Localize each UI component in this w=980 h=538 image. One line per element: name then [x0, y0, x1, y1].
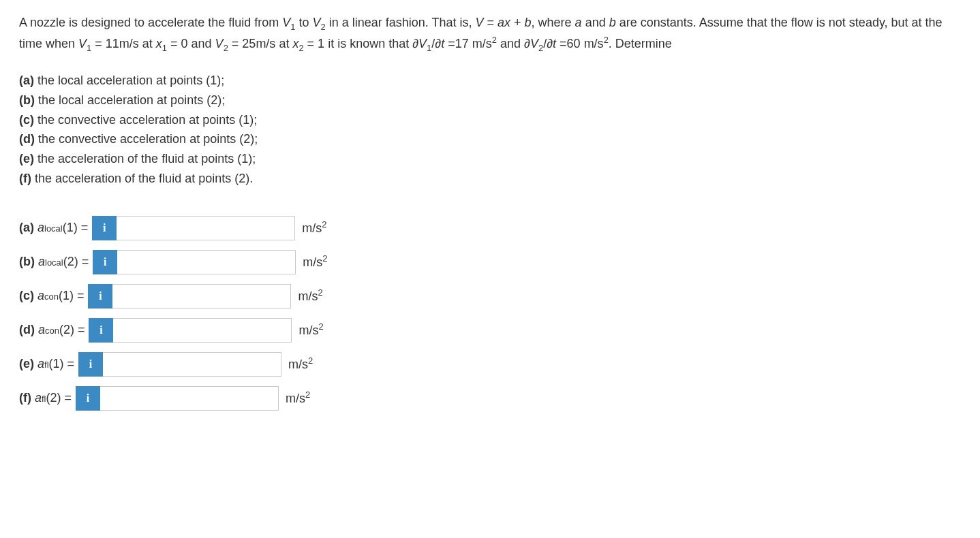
answer-row-a: (a) alocal(1) = i m/s2	[19, 216, 961, 240]
answer-label-c: (c) acon(1) =	[19, 287, 84, 305]
answer-unit: m/s2	[302, 218, 326, 238]
answer-symbol: a	[38, 253, 45, 271]
answer-subscript: con	[44, 290, 59, 303]
answer-arg: (1) =	[63, 219, 89, 237]
info-icon[interactable]: i	[78, 352, 103, 377]
part-a: (a) the local acceleration at points (1)…	[19, 71, 961, 91]
answer-symbol: a	[37, 287, 44, 305]
answer-input-f[interactable]	[100, 386, 279, 411]
answer-row-b: (b) alocal(2) = i m/s2	[19, 250, 961, 274]
part-e: (e) the acceleration of the fluid at poi…	[19, 149, 961, 169]
info-icon[interactable]: i	[92, 216, 117, 240]
answer-section: (a) alocal(1) = i m/s2 (b) alocal(2) = i…	[19, 216, 961, 411]
answer-subscript: local	[45, 256, 63, 269]
part-b: (b) the local acceleration at points (2)…	[19, 91, 961, 110]
part-f: (f) the acceleration of the fluid at poi…	[19, 169, 961, 189]
answer-row-e: (e) afl(1) = i m/s2	[19, 352, 961, 377]
answer-input-b[interactable]	[117, 250, 296, 274]
answer-label-b: (b) alocal(2) =	[19, 253, 89, 271]
answer-unit: m/s2	[286, 388, 310, 408]
answer-label-e: (e) afl(1) =	[19, 355, 74, 373]
part-c: (c) the convective acceleration at point…	[19, 110, 961, 130]
part-f-text: the acceleration of the fluid at points …	[35, 172, 253, 185]
answer-prefix: (b)	[19, 253, 35, 271]
answer-symbol: a	[38, 321, 45, 339]
answer-symbol: a	[37, 219, 44, 237]
answer-unit: m/s2	[298, 320, 323, 340]
answer-row-d: (d) acon(2) = i m/s2	[19, 318, 961, 343]
part-e-text: the acceleration of the fluid at points …	[37, 152, 256, 165]
answer-input-c[interactable]	[112, 284, 291, 308]
answer-arg: (1) =	[59, 287, 85, 305]
part-b-text: the local acceleration at points (2);	[38, 93, 225, 107]
info-icon[interactable]: i	[89, 318, 113, 343]
answer-row-c: (c) acon(1) = i m/s2	[19, 284, 961, 308]
answer-prefix: (f)	[19, 389, 31, 407]
answer-unit: m/s2	[298, 286, 322, 306]
part-d: (d) the convective acceleration at point…	[19, 129, 961, 149]
answer-prefix: (a)	[19, 219, 34, 237]
answer-input-d[interactable]	[113, 318, 292, 343]
info-icon[interactable]: i	[76, 386, 100, 411]
problem-parts: (a) the local acceleration at points (1)…	[19, 71, 961, 189]
answer-input-e[interactable]	[103, 352, 281, 377]
answer-prefix: (e)	[19, 355, 34, 373]
answer-prefix: (c)	[19, 287, 34, 305]
info-icon[interactable]: i	[88, 284, 112, 308]
answer-subscript: con	[45, 324, 59, 337]
part-c-text: the convective acceleration at points (1…	[37, 113, 257, 127]
answer-label-d: (d) acon(2) =	[19, 321, 85, 339]
answer-arg: (1) =	[49, 355, 75, 373]
answer-subscript: local	[44, 222, 63, 235]
part-a-text: the local acceleration at points (1);	[37, 74, 224, 87]
answer-input-a[interactable]	[117, 216, 295, 240]
problem-statement: A nozzle is designed to accelerate the f…	[19, 14, 961, 54]
answer-arg: (2) =	[59, 321, 85, 339]
answer-arg: (2) =	[46, 389, 72, 407]
answer-unit: m/s2	[303, 252, 327, 272]
answer-row-f: (f) afl(2) = i m/s2	[19, 386, 961, 411]
answer-symbol: a	[37, 355, 44, 373]
answer-unit: m/s2	[288, 354, 313, 374]
answer-label-a: (a) alocal(1) =	[19, 219, 88, 237]
answer-label-f: (f) afl(2) =	[19, 389, 72, 407]
info-icon[interactable]: i	[93, 250, 117, 274]
answer-arg: (2) =	[63, 253, 89, 271]
answer-symbol: a	[35, 389, 42, 407]
answer-prefix: (d)	[19, 321, 35, 339]
part-d-text: the convective acceleration at points (2…	[38, 132, 258, 146]
